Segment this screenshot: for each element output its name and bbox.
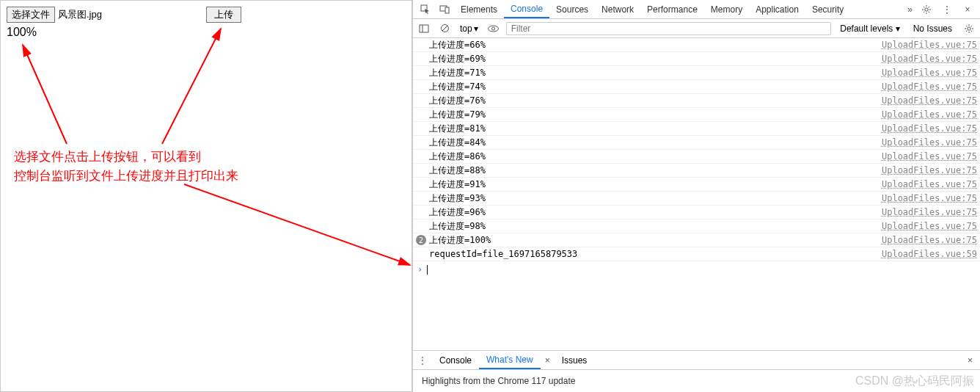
choose-file-button[interactable]: 选择文件 xyxy=(7,7,55,23)
drawer-tab-console[interactable]: Console xyxy=(432,351,479,369)
log-message: 上传进度=81% xyxy=(429,123,882,135)
tab-elements[interactable]: Elements xyxy=(454,0,504,18)
sidebar-toggle-icon[interactable] xyxy=(416,23,432,34)
drawer-tab-whatsnew[interactable]: What's New xyxy=(479,351,541,369)
issues-summary: No Issues xyxy=(909,23,957,34)
console-log-row: 上传进度=81%UploadFiles.vue:75 xyxy=(413,122,980,136)
log-source-link[interactable]: UploadFiles.vue:75 xyxy=(882,54,977,64)
log-message: 上传进度=86% xyxy=(429,150,882,163)
annotation-arrows xyxy=(1,1,413,392)
console-log-row: 上传进度=84%UploadFiles.vue:75 xyxy=(413,136,980,150)
console-log-row: 上传进度=74%UploadFiles.vue:75 xyxy=(413,80,980,94)
drawer-tab-issues[interactable]: Issues xyxy=(555,351,595,369)
log-levels-selector[interactable]: Default levels ▾ xyxy=(835,23,904,34)
log-source-link[interactable]: UploadFiles.vue:75 xyxy=(882,207,977,217)
svg-line-3 xyxy=(184,184,410,265)
drawer-tab-close-icon[interactable]: × xyxy=(541,355,555,366)
log-message: 上传进度=76% xyxy=(429,95,882,107)
svg-point-13 xyxy=(492,27,495,30)
log-source-link[interactable]: UploadFiles.vue:75 xyxy=(882,165,977,175)
tab-security[interactable]: Security xyxy=(805,0,850,18)
log-message: 上传进度=91% xyxy=(429,178,882,191)
console-log-row: 上传进度=76%UploadFiles.vue:75 xyxy=(413,94,980,108)
log-message: 上传进度=93% xyxy=(429,192,882,205)
context-label: top xyxy=(460,23,472,34)
selected-filename: 风景图.jpg xyxy=(58,8,102,21)
console-log-row: 上传进度=86%UploadFiles.vue:75 xyxy=(413,150,980,164)
annotation-line-1: 选择文件点击上传按钮，可以看到 xyxy=(14,148,238,167)
log-message: 上传进度=100% xyxy=(429,234,882,247)
console-log-row: 上传进度=79%UploadFiles.vue:75 xyxy=(413,108,980,122)
prompt-chevron-icon: › xyxy=(417,264,423,275)
drawer-close-icon[interactable]: × xyxy=(960,355,980,366)
drawer-menu-icon[interactable]: ⋮ xyxy=(413,355,432,366)
tab-console[interactable]: Console xyxy=(504,0,549,18)
tab-performance[interactable]: Performance xyxy=(640,0,704,18)
log-source-link[interactable]: UploadFiles.vue:75 xyxy=(882,109,977,120)
console-toolbar: top ▾ Default levels ▾ No Issues xyxy=(413,19,980,38)
console-log-row: 上传进度=98%UploadFiles.vue:75 xyxy=(413,219,980,233)
log-source-link[interactable]: UploadFiles.vue:75 xyxy=(882,81,977,92)
file-input-row: 选择文件 风景图.jpg 上传 xyxy=(7,7,406,24)
log-source-link[interactable]: UploadFiles.vue:75 xyxy=(882,123,977,134)
clear-console-icon[interactable] xyxy=(436,23,453,33)
log-source-link[interactable]: UploadFiles.vue:75 xyxy=(882,151,977,161)
live-expression-icon[interactable] xyxy=(486,25,502,32)
kebab-menu-icon[interactable]: ⋮ xyxy=(937,4,957,15)
devtools-panel: Elements Console Sources Network Perform… xyxy=(412,0,980,392)
upload-button[interactable]: 上传 xyxy=(206,7,241,23)
tab-memory[interactable]: Memory xyxy=(704,0,749,18)
log-source-link[interactable]: UploadFiles.vue:75 xyxy=(882,95,977,106)
console-log-row: 上传进度=71%UploadFiles.vue:75 xyxy=(413,66,980,80)
log-message: 上传进度=96% xyxy=(429,206,882,219)
console-log-row: 上传进度=66%UploadFiles.vue:75 xyxy=(413,38,980,52)
log-source-link[interactable]: UploadFiles.vue:75 xyxy=(882,193,977,203)
log-message: requestId=file_1697165879533 xyxy=(429,249,882,259)
devtools-tabs: Elements Console Sources Network Perform… xyxy=(413,0,980,19)
svg-line-2 xyxy=(162,29,221,144)
tab-sources[interactable]: Sources xyxy=(549,0,595,18)
log-source-link[interactable]: UploadFiles.vue:75 xyxy=(882,137,977,148)
console-output[interactable]: 上传进度=66%UploadFiles.vue:75上传进度=69%Upload… xyxy=(413,38,980,350)
close-devtools-icon[interactable]: × xyxy=(958,4,977,15)
inspect-icon[interactable] xyxy=(416,0,435,18)
svg-rect-6 xyxy=(445,7,449,13)
log-source-link[interactable]: UploadFiles.vue:75 xyxy=(882,179,977,189)
log-message: 上传进度=79% xyxy=(429,109,882,121)
console-prompt[interactable]: › xyxy=(413,261,980,277)
console-settings-icon[interactable] xyxy=(961,23,977,34)
log-message: 上传进度=98% xyxy=(429,220,882,233)
more-tabs-icon[interactable]: » xyxy=(904,4,915,15)
svg-point-7 xyxy=(925,7,928,10)
console-log-row: 上传进度=93%UploadFiles.vue:75 xyxy=(413,192,980,206)
input-caret xyxy=(427,265,428,275)
chevron-down-icon: ▾ xyxy=(474,23,478,34)
svg-line-1 xyxy=(23,45,67,144)
console-log-row: 上传进度=69%UploadFiles.vue:75 xyxy=(413,52,980,66)
log-source-link[interactable]: UploadFiles.vue:59 xyxy=(882,249,977,259)
log-message: 上传进度=71% xyxy=(429,67,882,79)
filter-input[interactable] xyxy=(506,22,832,35)
log-message: 上传进度=88% xyxy=(429,164,882,177)
console-log-row: 上传进度=88%UploadFiles.vue:75 xyxy=(413,164,980,178)
annotation-line-2: 控制台监听到文件上传进度并且打印出来 xyxy=(14,167,238,186)
tab-application[interactable]: Application xyxy=(749,0,805,18)
log-message: 上传进度=69% xyxy=(429,53,882,65)
page-preview: 选择文件 风景图.jpg 上传 100% 选择文件点击上传按钮，可以看到 控制台… xyxy=(0,0,412,392)
log-message: 上传进度=74% xyxy=(429,81,882,93)
log-message: 上传进度=84% xyxy=(429,137,882,149)
progress-text: 100% xyxy=(7,26,406,39)
context-selector[interactable]: top ▾ xyxy=(457,23,481,34)
svg-line-11 xyxy=(442,26,447,31)
log-source-link[interactable]: UploadFiles.vue:75 xyxy=(882,235,977,245)
drawer-tabs: ⋮ Console What's New × Issues × xyxy=(413,351,980,370)
log-message: 上传进度=66% xyxy=(429,39,882,51)
log-source-link[interactable]: UploadFiles.vue:75 xyxy=(882,68,977,78)
settings-icon[interactable] xyxy=(917,4,936,15)
log-source-link[interactable]: UploadFiles.vue:75 xyxy=(882,221,977,231)
log-source-link[interactable]: UploadFiles.vue:75 xyxy=(882,40,977,50)
device-mode-icon[interactable] xyxy=(435,0,454,18)
log-count-badge: 2 xyxy=(416,235,426,245)
console-log-row: requestId=file_1697165879533UploadFiles.… xyxy=(413,247,980,261)
tab-network[interactable]: Network xyxy=(595,0,640,18)
